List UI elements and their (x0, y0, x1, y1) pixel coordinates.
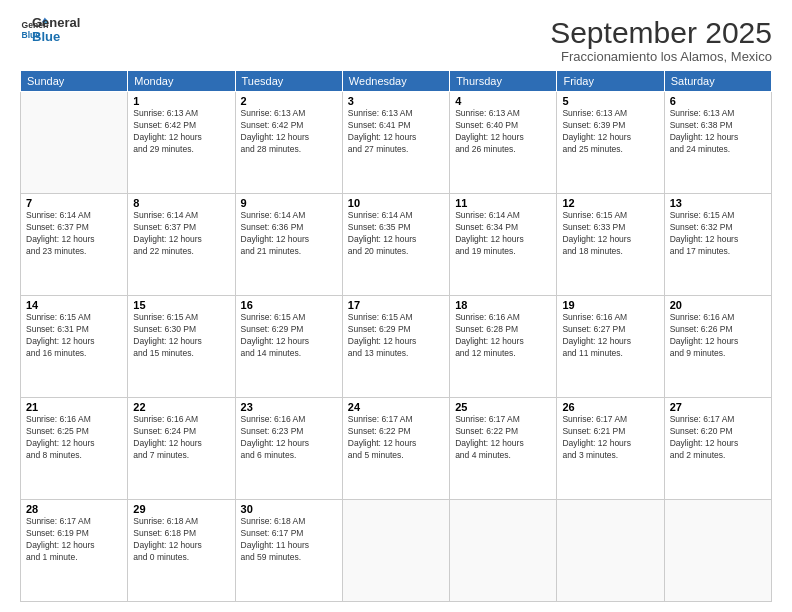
table-row: 18Sunrise: 6:16 AMSunset: 6:28 PMDayligh… (450, 296, 557, 398)
day-number: 12 (562, 197, 658, 209)
table-row: 21Sunrise: 6:16 AMSunset: 6:25 PMDayligh… (21, 398, 128, 500)
day-number: 8 (133, 197, 229, 209)
table-row: 26Sunrise: 6:17 AMSunset: 6:21 PMDayligh… (557, 398, 664, 500)
col-wednesday: Wednesday (342, 71, 449, 92)
table-row (664, 500, 771, 602)
day-info: Sunrise: 6:15 AMSunset: 6:33 PMDaylight:… (562, 210, 658, 258)
day-info: Sunrise: 6:13 AMSunset: 6:39 PMDaylight:… (562, 108, 658, 156)
table-row: 19Sunrise: 6:16 AMSunset: 6:27 PMDayligh… (557, 296, 664, 398)
day-info: Sunrise: 6:16 AMSunset: 6:27 PMDaylight:… (562, 312, 658, 360)
table-row: 14Sunrise: 6:15 AMSunset: 6:31 PMDayligh… (21, 296, 128, 398)
logo-line1: General (32, 16, 80, 30)
day-number: 19 (562, 299, 658, 311)
day-number: 1 (133, 95, 229, 107)
day-info: Sunrise: 6:18 AMSunset: 6:18 PMDaylight:… (133, 516, 229, 564)
calendar-week-row: 21Sunrise: 6:16 AMSunset: 6:25 PMDayligh… (21, 398, 772, 500)
col-thursday: Thursday (450, 71, 557, 92)
day-info: Sunrise: 6:13 AMSunset: 6:42 PMDaylight:… (241, 108, 337, 156)
table-row: 7Sunrise: 6:14 AMSunset: 6:37 PMDaylight… (21, 194, 128, 296)
day-number: 25 (455, 401, 551, 413)
day-number: 3 (348, 95, 444, 107)
table-row: 4Sunrise: 6:13 AMSunset: 6:40 PMDaylight… (450, 92, 557, 194)
month-title: September 2025 (550, 16, 772, 49)
title-block: September 2025 Fraccionamiento los Alamo… (550, 16, 772, 64)
table-row: 25Sunrise: 6:17 AMSunset: 6:22 PMDayligh… (450, 398, 557, 500)
day-number: 5 (562, 95, 658, 107)
logo: General Blue General Blue (20, 16, 80, 45)
day-info: Sunrise: 6:15 AMSunset: 6:32 PMDaylight:… (670, 210, 766, 258)
col-friday: Friday (557, 71, 664, 92)
day-number: 7 (26, 197, 122, 209)
day-number: 2 (241, 95, 337, 107)
day-info: Sunrise: 6:14 AMSunset: 6:37 PMDaylight:… (133, 210, 229, 258)
table-row: 15Sunrise: 6:15 AMSunset: 6:30 PMDayligh… (128, 296, 235, 398)
table-row: 11Sunrise: 6:14 AMSunset: 6:34 PMDayligh… (450, 194, 557, 296)
table-row: 8Sunrise: 6:14 AMSunset: 6:37 PMDaylight… (128, 194, 235, 296)
calendar-table: Sunday Monday Tuesday Wednesday Thursday… (20, 70, 772, 602)
table-row: 30Sunrise: 6:18 AMSunset: 6:17 PMDayligh… (235, 500, 342, 602)
day-number: 26 (562, 401, 658, 413)
day-info: Sunrise: 6:14 AMSunset: 6:37 PMDaylight:… (26, 210, 122, 258)
table-row: 22Sunrise: 6:16 AMSunset: 6:24 PMDayligh… (128, 398, 235, 500)
day-info: Sunrise: 6:13 AMSunset: 6:41 PMDaylight:… (348, 108, 444, 156)
day-info: Sunrise: 6:15 AMSunset: 6:30 PMDaylight:… (133, 312, 229, 360)
day-info: Sunrise: 6:15 AMSunset: 6:29 PMDaylight:… (241, 312, 337, 360)
col-monday: Monday (128, 71, 235, 92)
header: General Blue General Blue September 2025… (20, 16, 772, 64)
table-row: 23Sunrise: 6:16 AMSunset: 6:23 PMDayligh… (235, 398, 342, 500)
table-row: 27Sunrise: 6:17 AMSunset: 6:20 PMDayligh… (664, 398, 771, 500)
day-number: 6 (670, 95, 766, 107)
day-info: Sunrise: 6:16 AMSunset: 6:23 PMDaylight:… (241, 414, 337, 462)
table-row: 5Sunrise: 6:13 AMSunset: 6:39 PMDaylight… (557, 92, 664, 194)
table-row: 17Sunrise: 6:15 AMSunset: 6:29 PMDayligh… (342, 296, 449, 398)
day-number: 17 (348, 299, 444, 311)
table-row: 2Sunrise: 6:13 AMSunset: 6:42 PMDaylight… (235, 92, 342, 194)
table-row: 10Sunrise: 6:14 AMSunset: 6:35 PMDayligh… (342, 194, 449, 296)
day-number: 11 (455, 197, 551, 209)
calendar-week-row: 1Sunrise: 6:13 AMSunset: 6:42 PMDaylight… (21, 92, 772, 194)
day-number: 10 (348, 197, 444, 209)
day-info: Sunrise: 6:16 AMSunset: 6:26 PMDaylight:… (670, 312, 766, 360)
day-info: Sunrise: 6:13 AMSunset: 6:38 PMDaylight:… (670, 108, 766, 156)
day-number: 16 (241, 299, 337, 311)
table-row (342, 500, 449, 602)
table-row: 3Sunrise: 6:13 AMSunset: 6:41 PMDaylight… (342, 92, 449, 194)
day-info: Sunrise: 6:13 AMSunset: 6:42 PMDaylight:… (133, 108, 229, 156)
day-info: Sunrise: 6:18 AMSunset: 6:17 PMDaylight:… (241, 516, 337, 564)
day-number: 21 (26, 401, 122, 413)
day-number: 14 (26, 299, 122, 311)
day-info: Sunrise: 6:17 AMSunset: 6:22 PMDaylight:… (455, 414, 551, 462)
calendar-header-row: Sunday Monday Tuesday Wednesday Thursday… (21, 71, 772, 92)
table-row: 16Sunrise: 6:15 AMSunset: 6:29 PMDayligh… (235, 296, 342, 398)
day-info: Sunrise: 6:16 AMSunset: 6:24 PMDaylight:… (133, 414, 229, 462)
day-number: 28 (26, 503, 122, 515)
table-row: 29Sunrise: 6:18 AMSunset: 6:18 PMDayligh… (128, 500, 235, 602)
day-info: Sunrise: 6:14 AMSunset: 6:34 PMDaylight:… (455, 210, 551, 258)
day-info: Sunrise: 6:15 AMSunset: 6:29 PMDaylight:… (348, 312, 444, 360)
calendar-week-row: 7Sunrise: 6:14 AMSunset: 6:37 PMDaylight… (21, 194, 772, 296)
day-number: 23 (241, 401, 337, 413)
day-number: 4 (455, 95, 551, 107)
day-info: Sunrise: 6:15 AMSunset: 6:31 PMDaylight:… (26, 312, 122, 360)
day-info: Sunrise: 6:17 AMSunset: 6:19 PMDaylight:… (26, 516, 122, 564)
day-number: 29 (133, 503, 229, 515)
table-row: 6Sunrise: 6:13 AMSunset: 6:38 PMDaylight… (664, 92, 771, 194)
day-number: 27 (670, 401, 766, 413)
day-info: Sunrise: 6:14 AMSunset: 6:36 PMDaylight:… (241, 210, 337, 258)
table-row: 20Sunrise: 6:16 AMSunset: 6:26 PMDayligh… (664, 296, 771, 398)
table-row: 24Sunrise: 6:17 AMSunset: 6:22 PMDayligh… (342, 398, 449, 500)
col-saturday: Saturday (664, 71, 771, 92)
day-info: Sunrise: 6:16 AMSunset: 6:28 PMDaylight:… (455, 312, 551, 360)
calendar-week-row: 14Sunrise: 6:15 AMSunset: 6:31 PMDayligh… (21, 296, 772, 398)
day-info: Sunrise: 6:13 AMSunset: 6:40 PMDaylight:… (455, 108, 551, 156)
logo-line2: Blue (32, 30, 80, 44)
day-info: Sunrise: 6:14 AMSunset: 6:35 PMDaylight:… (348, 210, 444, 258)
day-number: 18 (455, 299, 551, 311)
day-number: 13 (670, 197, 766, 209)
day-number: 30 (241, 503, 337, 515)
table-row (557, 500, 664, 602)
table-row: 12Sunrise: 6:15 AMSunset: 6:33 PMDayligh… (557, 194, 664, 296)
table-row: 28Sunrise: 6:17 AMSunset: 6:19 PMDayligh… (21, 500, 128, 602)
table-row: 13Sunrise: 6:15 AMSunset: 6:32 PMDayligh… (664, 194, 771, 296)
table-row (21, 92, 128, 194)
